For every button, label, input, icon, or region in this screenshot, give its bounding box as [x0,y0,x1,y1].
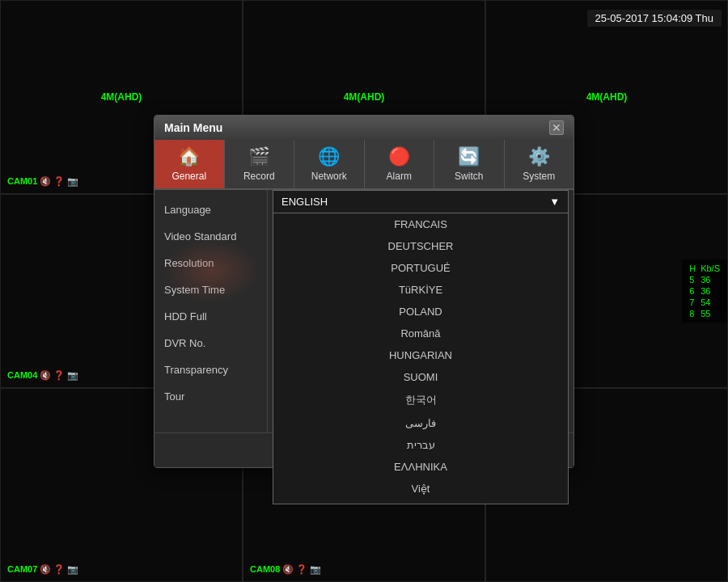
selected-language-label: ENGLISH [281,196,328,208]
lang-option-viet[interactable]: Việt [273,478,568,500]
sidebar-item-transparency[interactable]: Transparency [154,356,267,383]
lang-option-francais[interactable]: FRANCAIS [273,213,568,235]
modal-title: Main Menu [164,121,222,134]
menu-body: Language Video Standard Resolution Syste… [154,190,574,432]
lang-option-hebrew[interactable]: עברית [273,434,568,456]
lang-option-romana[interactable]: Română [273,323,568,344]
tab-general[interactable]: 🏠 General [154,140,225,188]
menu-content: ENGLISH ▼ FRANCAIS DEUTSCHER PORTUGUÉ Tü… [268,190,574,432]
language-dropdown-selected[interactable]: ENGLISH ▼ [273,190,569,213]
lang-option-portuguese-br[interactable]: Português(BR) [273,500,568,504]
language-dropdown-container: ENGLISH ▼ FRANCAIS DEUTSCHER PORTUGUÉ Tü… [268,190,574,432]
lang-option-korean[interactable]: 한국어 [273,388,568,412]
tab-network-label: Network [311,171,347,182]
tab-alarm-label: Alarm [387,171,412,182]
tab-record[interactable]: 🎬 Record [225,140,295,188]
record-icon: 🎬 [248,146,270,167]
modal-close-button[interactable]: ✕ [549,120,564,135]
main-menu-modal: Main Menu ✕ 🏠 General 🎬 Record 🌐 Network… [154,115,574,468]
sidebar-item-dvr-no[interactable]: DVR No. [154,330,267,356]
lang-option-suomi[interactable]: SUOMI [273,366,568,388]
tab-record-label: Record [243,171,275,182]
modal-titlebar: Main Menu ✕ [154,116,574,140]
lang-option-deutscher[interactable]: DEUTSCHER [273,235,568,257]
menu-tabs: 🏠 General 🎬 Record 🌐 Network 🔴 Alarm 🔄 S… [154,140,574,190]
dropdown-arrow: ▼ [549,196,560,208]
tab-alarm[interactable]: 🔴 Alarm [365,140,435,188]
tab-switch-label: Switch [455,171,483,182]
tab-general-label: General [171,171,206,182]
sidebar-item-hdd-full[interactable]: HDD Full [154,303,267,330]
lang-option-farsi[interactable]: فارسی [273,412,568,434]
network-icon: 🌐 [318,146,340,167]
tab-network[interactable]: 🌐 Network [294,140,365,188]
language-dropdown-list[interactable]: FRANCAIS DEUTSCHER PORTUGUÉ TüRKİYE POLA… [273,213,569,504]
alarm-icon: 🔴 [388,146,410,167]
sidebar-decoration [163,238,260,303]
general-icon: 🏠 [178,146,200,167]
lang-option-greek[interactable]: ΕΛΛΗΝΙΚΑ [273,456,568,478]
system-icon: ⚙️ [528,146,550,167]
lang-option-poland[interactable]: POLAND [273,301,568,323]
tab-switch[interactable]: 🔄 Switch [434,140,505,188]
lang-option-hungarian[interactable]: HUNGARIAN [273,344,568,366]
tab-system[interactable]: ⚙️ System [505,140,574,188]
menu-sidebar: Language Video Standard Resolution Syste… [154,190,268,432]
lang-option-portugue[interactable]: PORTUGUÉ [273,257,568,279]
sidebar-item-language[interactable]: Language [154,196,267,223]
lang-option-turkiye[interactable]: TüRKİYE [273,279,568,301]
tab-system-label: System [523,171,555,182]
modal-overlay: Main Menu ✕ 🏠 General 🎬 Record 🌐 Network… [0,0,728,582]
switch-icon: 🔄 [458,146,480,167]
sidebar-item-tour[interactable]: Tour [154,383,267,410]
